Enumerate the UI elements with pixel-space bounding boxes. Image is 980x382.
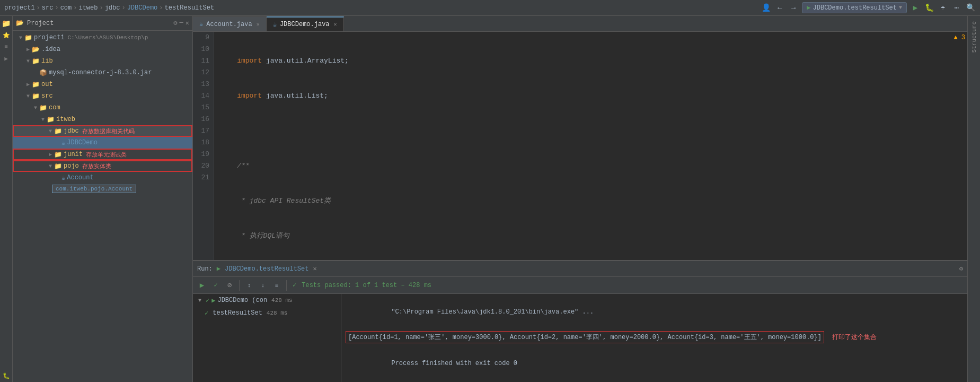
panel-header: 📂 Project ⚙ — ✕ xyxy=(13,16,192,31)
output-result-line: [Account{id=1, name='张三', money=3000.0},… xyxy=(346,330,963,344)
tree-item-src[interactable]: ▼ 📁 src xyxy=(13,90,192,102)
sort-asc-btn[interactable]: ↕ xyxy=(243,280,255,291)
tree-label-pojo: pojo xyxy=(64,162,79,170)
junit-badge: 存放单元测试类 xyxy=(86,151,127,159)
jdbcdemo-tab-close[interactable]: ✕ xyxy=(334,21,337,28)
run-tree-testresultset[interactable]: ✓ testResultSet 428 ms xyxy=(193,307,341,319)
com-folder-icon: 📁 xyxy=(39,104,47,112)
back-icon[interactable]: ← xyxy=(774,3,785,13)
forward-icon[interactable]: → xyxy=(788,3,799,13)
panel-collapse-icon[interactable]: — xyxy=(180,19,183,27)
tree-item-jdbc[interactable]: ▼ 📁 jdbc 存放数据库相关代码 xyxy=(13,125,192,137)
output-annotation-text: 打印了这个集合 xyxy=(832,334,877,341)
run-panel: Run: ▶ JDBCDemo.testResultSet ✕ ⚙ ▶ ✓ ⊘ … xyxy=(193,260,967,382)
search-icon[interactable]: 🔍 xyxy=(965,3,976,13)
account-tab-icon: ☕ xyxy=(199,20,203,28)
jdbc-badge: 存放数据库相关代码 xyxy=(82,127,135,135)
run-content: ▼ ✓ ▶ JDBCDemo (con 428 ms ✓ testResultS… xyxy=(193,294,967,382)
tree-item-project1[interactable]: ▼ 📁 project1 C:\Users\ASUS\Desktop\p xyxy=(13,32,192,44)
right-tabs: Structure xyxy=(967,16,980,382)
jdbcdemo-tab-icon: ☕ xyxy=(273,21,277,29)
jdbcdemo-tab-label: JDBCDemo.java xyxy=(280,21,330,28)
jdbcdemo-time: 428 ms xyxy=(271,297,293,303)
pojo-folder-icon: 📁 xyxy=(54,162,62,170)
top-bar: project1 › src › com › itweb › jdbc › JD… xyxy=(0,0,980,16)
code-editor[interactable]: import java.util.ArrayList; import java.… xyxy=(214,32,967,260)
editor-content: 9 10 11 12 13 14 15 16 17 18 19 20 21 im… xyxy=(193,32,967,260)
account-java-icon: ☕ xyxy=(61,174,65,182)
account-tab-close[interactable]: ✕ xyxy=(257,21,260,28)
tree-item-account[interactable]: ☕ Account com.itweb.pojo.Account xyxy=(13,172,192,184)
tree-label-idea: .idea xyxy=(41,46,60,53)
jdbc-folder-icon: 📁 xyxy=(54,127,62,135)
line-numbers: 9 10 11 12 13 14 15 16 17 18 19 20 21 xyxy=(193,32,214,260)
stop-btn[interactable]: ⊘ xyxy=(224,280,235,291)
tree-item-com[interactable]: ▼ 📁 com xyxy=(13,102,192,114)
tree-label-jdbc: jdbc xyxy=(64,127,79,135)
run-tree-jdbcdemo[interactable]: ▼ ✓ ▶ JDBCDemo (con 428 ms xyxy=(193,294,341,307)
testresultset-time: 428 ms xyxy=(267,310,288,316)
panel-gear-icon[interactable]: ⚙ xyxy=(173,19,177,27)
jdbcdemo-java-icon: ☕ xyxy=(61,139,65,147)
run-tree-testresultset-label: testResultSet xyxy=(213,309,262,317)
folder-icon: 📁 xyxy=(24,34,32,42)
run-output: "C:\Program Files\Java\jdk1.8.0_201\bin\… xyxy=(341,294,967,382)
structure-tab[interactable]: Structure xyxy=(971,18,977,56)
panel-header-icons: ⚙ — ✕ xyxy=(173,19,189,27)
tree-item-jdbcdemo[interactable]: ☕ JDBCDemo xyxy=(13,137,192,149)
warning-badge: ▲ 3 xyxy=(953,34,965,41)
project-panel-folder-icon: 📂 xyxy=(16,19,24,27)
tree-label-junit: junit xyxy=(64,151,83,158)
tree-item-idea[interactable]: ▶ 📂 .idea xyxy=(13,44,192,55)
top-right-toolbar: 👤 ← → ▶ JDBCDemo.testResultSet ▼ ▶ 🐛 ☂ ⋯… xyxy=(761,2,976,13)
account-tooltip: com.itweb.pojo.Account xyxy=(52,185,136,193)
run-label: Run: xyxy=(197,265,213,273)
run-tree: ▼ ✓ ▶ JDBCDemo (con 428 ms ✓ testResultS… xyxy=(193,294,341,382)
tree-item-itweb[interactable]: ▼ 📁 itweb xyxy=(13,114,192,125)
toolbar-sep-2 xyxy=(286,280,287,291)
src-folder-icon: 📁 xyxy=(32,92,40,100)
tree-item-mysql-jar[interactable]: 📦 mysql-connector-j-8.3.0.jar xyxy=(13,67,192,79)
toolbar-sep-1 xyxy=(239,280,240,291)
structure-side-icon[interactable]: ≡ xyxy=(1,41,12,52)
project-icon[interactable]: 📁 xyxy=(1,18,12,29)
tree-item-pojo[interactable]: ▼ 📁 pojo 存放实体类 xyxy=(13,160,192,172)
rerun-btn[interactable]: ✓ xyxy=(210,280,222,291)
debug-icon[interactable]: 🐛 xyxy=(924,3,934,13)
coverage-icon[interactable]: ☂ xyxy=(938,3,948,13)
run-panel-header: Run: ▶ JDBCDemo.testResultSet ✕ ⚙ xyxy=(193,261,967,277)
run-again-btn[interactable]: ▶ xyxy=(196,280,208,291)
panel-hide-icon[interactable]: ✕ xyxy=(186,19,189,27)
java-cmd-line: "C:\Program Files\Java\jdk1.8.0_201\bin\… xyxy=(346,296,963,328)
side-icons: 📁 ⭐ ≡ ▶ 🐛 xyxy=(0,16,13,382)
tree-label-project1: project1 xyxy=(34,34,65,41)
tree-item-lib[interactable]: ▼ 📁 lib xyxy=(13,55,192,67)
tree-label-itweb: itweb xyxy=(56,116,75,123)
lib-folder-icon: 📁 xyxy=(32,57,40,65)
run-tab-close[interactable]: ✕ xyxy=(313,265,316,273)
run-config-name[interactable]: JDBCDemo.testResultSet xyxy=(225,265,308,273)
run-settings-icon[interactable]: ⚙ xyxy=(959,265,963,273)
sort-desc-btn[interactable]: ↓ xyxy=(257,280,269,291)
favorites-icon[interactable]: ⭐ xyxy=(1,30,12,40)
tree-label-out: out xyxy=(41,81,53,88)
tree-item-junit[interactable]: ▶ 📁 junit 存放单元测试类 xyxy=(13,149,192,160)
tree-item-out[interactable]: ▶ 📁 out xyxy=(13,79,192,90)
output-finish-text: Process finished with exit code 0 xyxy=(391,360,517,367)
project-panel-title: Project xyxy=(27,20,54,27)
tab-account[interactable]: ☕ Account.java ✕ xyxy=(193,16,267,31)
more-run-icon[interactable]: ⋯ xyxy=(951,3,962,13)
tree-label-src: src xyxy=(41,92,53,100)
collapse-all-btn[interactable]: ≡ xyxy=(271,280,282,291)
account-tab-label: Account.java xyxy=(206,21,252,28)
junit-folder-icon: 📁 xyxy=(54,151,62,159)
run-tree-jdbcdemo-label: JDBCDemo (con xyxy=(217,297,267,304)
user-icon[interactable]: 👤 xyxy=(761,3,771,13)
run-configuration[interactable]: ▶ JDBCDemo.testResultSet ▼ xyxy=(802,2,907,13)
debug-side-icon[interactable]: 🐛 xyxy=(1,370,12,381)
tab-jdbcdemo[interactable]: ☕ JDBCDemo.java ✕ xyxy=(267,16,344,31)
pojo-badge: 存放实体类 xyxy=(82,162,111,170)
run-icon[interactable]: ▶ xyxy=(910,3,921,13)
breadcrumb: project1 › src › com › itweb › jdbc › JD… xyxy=(4,4,214,12)
run-side-icon[interactable]: ▶ xyxy=(1,53,12,64)
